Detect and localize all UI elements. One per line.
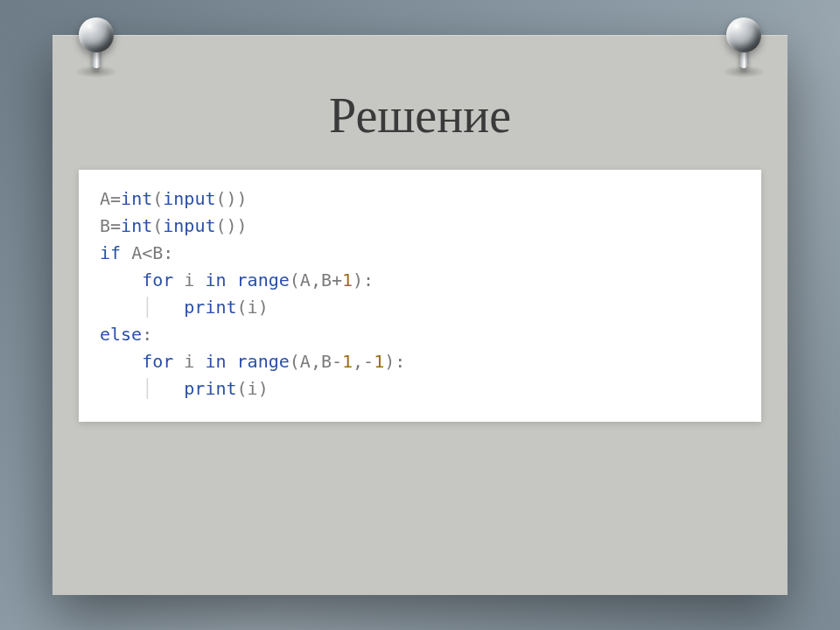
code-token: 1: [374, 351, 384, 372]
code-token: ,: [311, 351, 321, 372]
code-token: B: [152, 242, 163, 263]
code-token: i: [248, 378, 258, 399]
code-token: ): [258, 297, 269, 318]
code-token: (: [290, 270, 300, 290]
code-token: (: [290, 351, 300, 372]
code-line: B=int(input()): [100, 213, 740, 240]
code-panel: A=int(input())B=int(input())if A<B: for …: [79, 170, 761, 422]
code-token: +: [332, 270, 342, 290]
code-token: input: [163, 188, 215, 209]
code-token: A: [300, 270, 311, 290]
code-line: for i in range(A,B-1,-1):: [100, 348, 740, 375]
code-token: else: [100, 324, 142, 345]
code-token: i: [173, 351, 205, 372]
code-token: (: [237, 378, 248, 399]
code-token: in: [205, 351, 226, 372]
code-token: int: [121, 188, 152, 209]
code-token: -: [332, 351, 342, 372]
code-token: B: [321, 351, 332, 372]
code-token: :: [163, 242, 173, 263]
code-token: ):: [353, 270, 374, 290]
code-token: (: [152, 215, 163, 236]
code-token: print: [184, 297, 236, 318]
code-token: ()): [215, 188, 247, 209]
code-line: for i in range(A,B+1):: [100, 267, 740, 294]
code-token: for: [142, 351, 173, 372]
code-token: [227, 270, 237, 290]
pushpin-left: [70, 18, 122, 79]
code-token: A: [300, 351, 311, 372]
code-token: for: [142, 270, 173, 290]
code-token: range: [237, 351, 290, 372]
code-token: ,: [311, 270, 321, 290]
code-token: [100, 270, 142, 290]
code-token: i: [173, 270, 205, 290]
code-token: print: [184, 378, 236, 399]
code-token: A: [121, 242, 142, 263]
code-token: ): [258, 378, 269, 399]
code-token: =: [110, 188, 121, 209]
code-token: 1: [342, 351, 353, 372]
code-token: -: [363, 351, 374, 372]
code-token: (: [237, 297, 248, 318]
desktop-background: Решение A=int(input())B=int(input())if A…: [0, 0, 840, 630]
code-token: │: [100, 297, 184, 318]
code-token: i: [248, 297, 258, 318]
code-token: input: [163, 215, 215, 236]
code-token: int: [121, 215, 152, 236]
code-token: A: [100, 188, 110, 209]
code-line: else:: [100, 321, 740, 348]
pushpin-right: [718, 18, 770, 79]
code-token: [100, 351, 142, 372]
code-token: ):: [384, 351, 405, 372]
code-token: ()): [215, 215, 247, 236]
slide-card: Решение A=int(input())B=int(input())if A…: [52, 35, 788, 595]
code-token: :: [142, 324, 152, 345]
code-token: │: [100, 378, 184, 399]
code-line: if A<B:: [100, 240, 740, 267]
code-token: 1: [342, 270, 353, 290]
code-line: │ print(i): [100, 375, 740, 402]
code-line: A=int(input()): [100, 186, 740, 213]
code-token: [227, 351, 237, 372]
code-token: in: [205, 270, 226, 290]
code-token: B: [321, 270, 332, 290]
code-token: <: [142, 242, 152, 263]
code-token: B: [100, 215, 110, 236]
code-token: if: [100, 242, 121, 263]
code-token: ,: [353, 351, 363, 372]
code-token: range: [237, 270, 290, 290]
code-token: =: [110, 215, 121, 236]
code-token: (: [152, 188, 163, 209]
slide-title: Решение: [52, 35, 788, 170]
code-line: │ print(i): [100, 294, 740, 321]
